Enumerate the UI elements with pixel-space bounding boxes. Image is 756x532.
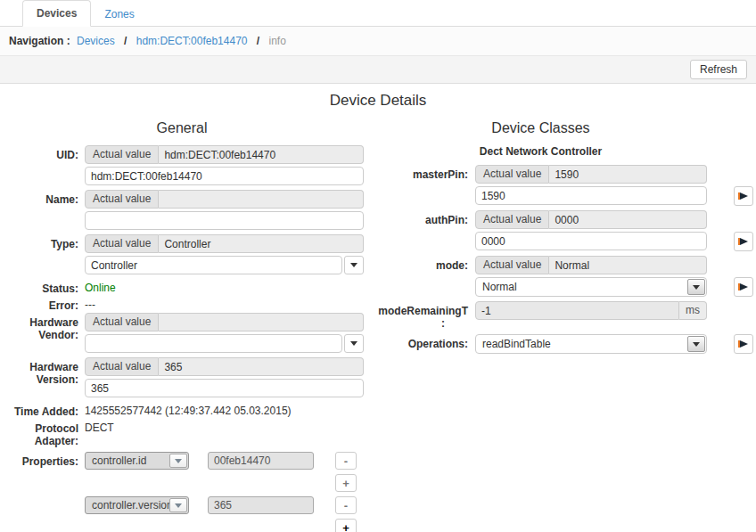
remove-property-button-0[interactable]: - (335, 452, 357, 470)
chevron-down-glyph (693, 342, 700, 347)
remove-property-button-1[interactable]: - (335, 496, 357, 514)
breadcrumb: Navigation : Devices / hdm:DECT:00feb144… (0, 27, 756, 56)
type-label: Type: (0, 234, 85, 274)
hardware-version-label: Hardware Version: (0, 357, 85, 397)
property-key-1: controller.version (92, 499, 173, 512)
chevron-down-glyph (175, 503, 182, 508)
time-added-value: 1425552577442 (12:49:37.442 05.03.2015) (85, 402, 292, 418)
breadcrumb-link-device-uid[interactable]: hdm:DECT:00feb14470 (136, 35, 248, 47)
operations-label: Operations: (374, 334, 475, 354)
mode-remaining-time-label: modeRemainingT : (374, 301, 475, 330)
actual-value-addon: Actual value (85, 190, 159, 209)
tab-zones[interactable]: Zones (91, 2, 147, 27)
uid-input[interactable] (85, 167, 364, 185)
breadcrumb-link-devices[interactable]: Devices (77, 35, 115, 47)
chevron-down-icon[interactable] (344, 334, 364, 353)
mode-remaining-time-group: ms (475, 301, 707, 320)
mode-label: mode: (374, 256, 475, 274)
actual-value-addon: Actual value (475, 165, 549, 184)
properties-label: Properties: (0, 452, 85, 532)
chevron-down-icon[interactable] (687, 336, 705, 352)
play-icon (738, 282, 749, 292)
execute-authpin-button[interactable] (734, 232, 753, 251)
chevron-down-icon[interactable] (344, 256, 364, 274)
page-title: Device Details (0, 92, 756, 110)
play-icon (738, 236, 749, 247)
chevron-down-icon[interactable] (169, 454, 187, 468)
actual-value-addon: Actual value (85, 357, 159, 376)
name-label: Name: (0, 190, 85, 230)
tab-devices[interactable]: Devices (22, 0, 91, 27)
execute-mode-button[interactable] (734, 277, 753, 297)
general-section: General UID: Actual value Name: Actual v… (0, 113, 367, 532)
uid-actual-group: Actual value (85, 145, 364, 164)
property-key-select-1[interactable]: controller.version (85, 496, 189, 514)
error-value: --- (85, 296, 95, 312)
mode-actual-group: Actual value (475, 256, 707, 274)
masterpin-label: masterPin: (374, 165, 475, 184)
refresh-button[interactable]: Refresh (690, 60, 747, 79)
actual-value-addon: Actual value (85, 313, 159, 331)
chevron-down-glyph (350, 341, 357, 346)
device-classes-heading: Device Classes (374, 120, 707, 136)
hardware-vendor-select-input[interactable] (85, 334, 342, 353)
mode-remaining-time-label-line2: : (374, 317, 468, 330)
property-key-0: controller.id (92, 454, 146, 467)
time-added-label: Time Added: (0, 402, 85, 418)
toolbar: Refresh (0, 56, 756, 84)
chevron-down-glyph (350, 263, 357, 267)
play-icon (738, 339, 749, 349)
actual-value-addon: Actual value (85, 234, 159, 253)
name-input[interactable] (85, 211, 364, 230)
type-actual-group: Actual value (85, 234, 364, 253)
chevron-down-glyph (693, 285, 700, 290)
status-label: Status: (0, 279, 85, 295)
property-value-1 (208, 496, 314, 514)
operations-select[interactable]: readBindTable (475, 334, 707, 354)
name-actual-group: Actual value (85, 190, 364, 209)
authpin-actual-value (549, 210, 707, 229)
hardware-vendor-label: Hardware Vendor: (0, 313, 85, 353)
actual-value-addon: Actual value (475, 210, 549, 229)
authpin-input[interactable] (475, 232, 707, 250)
mode-actual-value (549, 256, 707, 274)
breadcrumb-current-info: info (269, 35, 286, 47)
add-property-button-0[interactable]: + (335, 474, 357, 492)
play-icon (738, 191, 749, 201)
authpin-label: authPin: (374, 210, 475, 229)
protocol-adapter-value: DECT (85, 419, 114, 447)
execute-masterpin-button[interactable] (734, 186, 753, 206)
mode-select[interactable]: Normal (475, 277, 707, 297)
chevron-down-icon[interactable] (687, 279, 705, 295)
status-value: Online (85, 279, 116, 295)
hardware-version-actual-value (159, 357, 364, 376)
breadcrumb-separator: / (124, 35, 127, 47)
breadcrumb-separator: / (257, 35, 259, 47)
hardware-version-input[interactable] (85, 379, 364, 397)
uid-label: UID: (0, 145, 85, 185)
type-select-input[interactable] (85, 256, 342, 274)
hardware-vendor-actual-value (159, 313, 364, 331)
chevron-down-glyph (175, 459, 182, 463)
hardware-version-actual-group: Actual value (85, 357, 364, 376)
general-heading: General (0, 120, 364, 136)
operations-select-value: readBindTable (482, 338, 551, 350)
device-class-subheading: Dect Network Controller (374, 145, 707, 158)
authpin-actual-group: Actual value (475, 210, 707, 229)
type-actual-value (159, 234, 364, 253)
masterpin-input[interactable] (475, 186, 707, 205)
execute-operation-button[interactable] (734, 334, 753, 354)
tab-bar: Devices Zones (0, 0, 756, 27)
property-key-select-0[interactable]: controller.id (85, 452, 189, 470)
masterpin-actual-value (549, 165, 707, 184)
actual-value-addon: Actual value (475, 256, 549, 274)
masterpin-actual-group: Actual value (475, 165, 707, 184)
unit-addon-ms: ms (679, 301, 707, 320)
chevron-down-icon[interactable] (169, 498, 187, 512)
add-property-button-1[interactable]: + (335, 519, 357, 532)
breadcrumb-prefix: Navigation : (9, 35, 70, 47)
hardware-vendor-actual-group: Actual value (85, 313, 364, 331)
device-classes-section: Device Classes Dect Network Controller m… (367, 113, 756, 532)
name-actual-value (159, 190, 364, 209)
mode-select-value: Normal (482, 281, 517, 293)
